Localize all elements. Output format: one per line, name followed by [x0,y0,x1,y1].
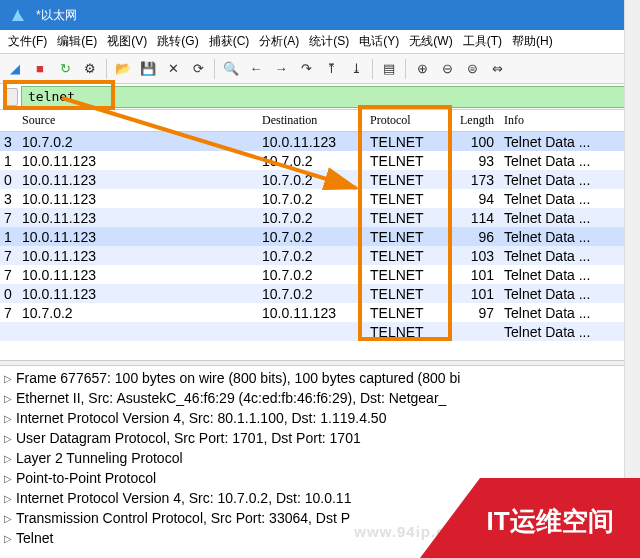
expand-caret-icon[interactable]: ▷ [0,533,16,544]
cell-source: 10.7.0.2 [18,305,258,321]
toolbar: ◢ ■ ↻ ⚙ 📂 💾 ✕ ⟳ 🔍 ← → ↷ ⤒ ⤓ ▤ ⊕ ⊖ ⊜ ⇔ [0,54,640,84]
detail-line[interactable]: ▷Ethernet II, Src: AsustekC_46:f6:29 (4c… [0,388,640,408]
cell-info: Telnet Data ... [500,229,640,245]
app-icon [6,3,30,27]
cell-protocol: TELNET [366,210,444,226]
goto-first-icon[interactable]: ⤒ [320,58,342,80]
goto-last-icon[interactable]: ⤓ [345,58,367,80]
cell-protocol: TELNET [366,172,444,188]
detail-line[interactable]: ▷Internet Protocol Version 4, Src: 80.1.… [0,408,640,428]
resize-cols-icon[interactable]: ⇔ [486,58,508,80]
cell-destination: 10.7.0.2 [258,286,366,302]
table-row[interactable]: 010.0.11.12310.7.0.2TELNET173Telnet Data… [0,170,640,189]
menu-edit[interactable]: 编辑(E) [57,33,97,50]
zoom-reset-icon[interactable]: ⊜ [461,58,483,80]
expand-caret-icon[interactable]: ▷ [0,453,16,464]
filter-bookmark-icon[interactable] [4,88,18,106]
menu-analyze[interactable]: 分析(A) [259,33,299,50]
expand-caret-icon[interactable]: ▷ [0,373,16,384]
cell-num: 3 [0,134,18,150]
next-icon[interactable]: → [270,58,292,80]
detail-line[interactable]: ▷Layer 2 Tunneling Protocol [0,448,640,468]
table-row[interactable]: 010.0.11.12310.7.0.2TELNET101Telnet Data… [0,284,640,303]
expand-caret-icon[interactable]: ▷ [0,433,16,444]
cell-destination: 10.7.0.2 [258,153,366,169]
menu-view[interactable]: 视图(V) [107,33,147,50]
cell-info: Telnet Data ... [500,153,640,169]
jump-icon[interactable]: ↷ [295,58,317,80]
reload-icon[interactable]: ⟳ [187,58,209,80]
menu-file[interactable]: 文件(F) [8,33,47,50]
menu-stats[interactable]: 统计(S) [309,33,349,50]
cell-destination: 10.7.0.2 [258,191,366,207]
col-destination[interactable]: Destination [258,113,366,128]
col-source[interactable]: Source [18,113,258,128]
cell-length: 100 [444,134,500,150]
start-capture-icon[interactable]: ◢ [4,58,26,80]
options-icon[interactable]: ⚙ [79,58,101,80]
expand-caret-icon[interactable]: ▷ [0,393,16,404]
display-filter-input[interactable] [21,86,636,108]
cell-protocol: TELNET [366,153,444,169]
cell-source: 10.0.11.123 [18,153,258,169]
table-row[interactable]: 310.0.11.12310.7.0.2TELNET94Telnet Data … [0,189,640,208]
cell-protocol: TELNET [366,134,444,150]
prev-icon[interactable]: ← [245,58,267,80]
cell-length: 94 [444,191,500,207]
close-icon[interactable]: ✕ [162,58,184,80]
expand-caret-icon[interactable]: ▷ [0,493,16,504]
cell-protocol: TELNET [366,248,444,264]
cell-protocol: TELNET [366,267,444,283]
cell-length: 93 [444,153,500,169]
packet-list[interactable]: Source Destination Protocol Length Info … [0,110,640,360]
menu-telephony[interactable]: 电话(Y) [359,33,399,50]
menu-capture[interactable]: 捕获(C) [209,33,250,50]
find-icon[interactable]: 🔍 [220,58,242,80]
cell-source: 10.0.11.123 [18,172,258,188]
restart-capture-icon[interactable]: ↻ [54,58,76,80]
detail-text: Frame 677657: 100 bytes on wire (800 bit… [16,370,460,386]
cell-destination: 10.7.0.2 [258,248,366,264]
zoom-out-icon[interactable]: ⊖ [436,58,458,80]
cell-destination: 10.7.0.2 [258,267,366,283]
table-row[interactable]: 710.7.0.210.0.11.123TELNET97Telnet Data … [0,303,640,322]
auto-scroll-icon[interactable]: ▤ [378,58,400,80]
table-row[interactable]: 710.0.11.12310.7.0.2TELNET101Telnet Data… [0,265,640,284]
menu-help[interactable]: 帮助(H) [512,33,553,50]
detail-line[interactable]: ▷Frame 677657: 100 bytes on wire (800 bi… [0,368,640,388]
col-length[interactable]: Length [444,113,500,128]
expand-caret-icon[interactable]: ▷ [0,413,16,424]
stop-capture-icon[interactable]: ■ [29,58,51,80]
cell-info: Telnet Data ... [500,286,640,302]
cell-num: 0 [0,172,18,188]
detail-text: User Datagram Protocol, Src Port: 1701, … [16,430,361,446]
menu-wireless[interactable]: 无线(W) [409,33,452,50]
expand-caret-icon[interactable]: ▷ [0,473,16,484]
detail-line[interactable]: ▷User Datagram Protocol, Src Port: 1701,… [0,428,640,448]
separator [106,59,107,79]
table-row[interactable]: 710.0.11.12310.7.0.2TELNET103Telnet Data… [0,246,640,265]
menubar: 文件(F) 编辑(E) 视图(V) 跳转(G) 捕获(C) 分析(A) 统计(S… [0,30,640,54]
save-icon[interactable]: 💾 [137,58,159,80]
table-row[interactable]: TELNETTelnet Data ... [0,322,640,341]
menu-tools[interactable]: 工具(T) [463,33,502,50]
col-info[interactable]: Info [500,113,640,128]
cell-source: 10.0.11.123 [18,229,258,245]
col-protocol[interactable]: Protocol [366,113,444,128]
menu-go[interactable]: 跳转(G) [157,33,198,50]
table-row[interactable]: 310.7.0.210.0.11.123TELNET100Telnet Data… [0,132,640,151]
cell-source: 10.0.11.123 [18,210,258,226]
cell-info: Telnet Data ... [500,324,640,340]
open-icon[interactable]: 📂 [112,58,134,80]
table-row[interactable]: 710.0.11.12310.7.0.2TELNET114Telnet Data… [0,208,640,227]
cell-length: 114 [444,210,500,226]
expand-caret-icon[interactable]: ▷ [0,513,16,524]
window-title: *以太网 [36,7,640,24]
detail-text: Layer 2 Tunneling Protocol [16,450,183,466]
cell-source: 10.0.11.123 [18,286,258,302]
titlebar: *以太网 [0,0,640,30]
table-row[interactable]: 110.0.11.12310.7.0.2TELNET93Telnet Data … [0,151,640,170]
zoom-in-icon[interactable]: ⊕ [411,58,433,80]
cell-destination: 10.7.0.2 [258,210,366,226]
table-row[interactable]: 110.0.11.12310.7.0.2TELNET96Telnet Data … [0,227,640,246]
